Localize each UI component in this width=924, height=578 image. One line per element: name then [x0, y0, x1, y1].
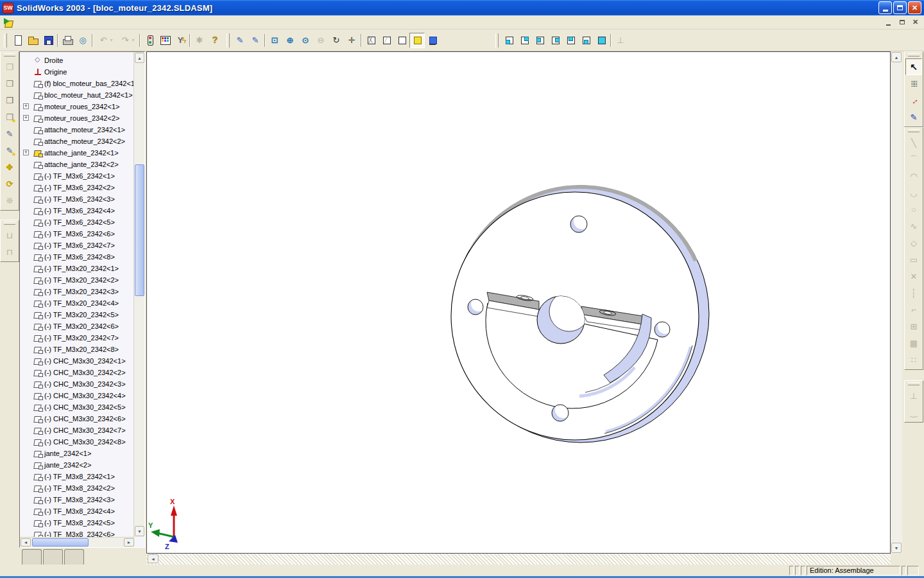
tree-item[interactable]: (-) TF_M3x20_2342<4> [20, 297, 134, 309]
print-preview-button[interactable]: ◎ [75, 33, 90, 48]
zoom-in-out-button[interactable]: ⊕ [282, 33, 298, 48]
tree-item[interactable]: attache_moteur_2342<2> [20, 136, 134, 147]
edit-color-button[interactable] [157, 33, 173, 48]
scroll-down-button[interactable]: ▼ [135, 526, 144, 536]
tab-feature-manager[interactable] [22, 549, 42, 565]
tree-item[interactable]: (-) TF_M3x8_2342<3> [20, 494, 134, 505]
view-top-button[interactable] [563, 33, 578, 48]
tree-item[interactable]: (-) TF_M3x20_2342<3> [20, 286, 134, 297]
mate-button[interactable]: ✎ [1, 125, 18, 142]
tree-item[interactable]: (f) bloc_moteur_bas_2342<1> [20, 78, 134, 89]
new-part-button[interactable]: ❒ [1, 109, 18, 125]
tree-item[interactable]: (-) TF_M3x6_2342<7> [20, 240, 134, 251]
view-orientation-button[interactable]: ✎ [232, 33, 248, 48]
pan-button[interactable]: ✛ [344, 33, 359, 48]
menu-item[interactable] [78, 21, 89, 24]
tree-item[interactable]: moteur_roues_2342<2> [20, 112, 134, 124]
tree-item[interactable]: (-) CHC_M3x30_2342<6> [20, 413, 134, 425]
expand-icon[interactable] [23, 150, 29, 155]
centerpoint-arc-button[interactable]: ⌒ [905, 151, 922, 168]
three-point-arc-button[interactable]: ◡ [905, 184, 922, 201]
tree-item[interactable]: attache_jante_2342<1> [20, 147, 134, 159]
tree-item[interactable]: Droite [20, 55, 134, 66]
menu-item[interactable] [31, 21, 43, 24]
menu-item[interactable] [20, 21, 31, 24]
tree-item[interactable]: (-) TF_M3x6_2342<4> [20, 205, 134, 216]
expand-icon[interactable] [23, 115, 29, 121]
tree-item[interactable]: (-) TF_M3x8_2342<5> [20, 517, 134, 529]
tree-item[interactable]: jante_2342<1> [20, 448, 134, 459]
point-button[interactable]: ✕ [905, 268, 922, 285]
redo-button[interactable]: ↷ [116, 33, 138, 48]
spline-button[interactable]: ∿ [905, 218, 922, 234]
scroll-right-button[interactable]: ► [124, 538, 134, 547]
zoom-selection-button[interactable]: ⊖ [313, 33, 329, 48]
simulation-record-button[interactable]: ⊓ [1, 243, 18, 260]
move-component-button[interactable]: ✥ [1, 159, 18, 175]
tree-item[interactable]: (-) TF_M3x20_2342<7> [20, 332, 134, 344]
tree-item[interactable]: jante_2342<2> [20, 459, 134, 471]
tree-item[interactable]: (-) TF_M3x6_2342<2> [20, 182, 134, 193]
linear-pattern-button[interactable]: ▦ [905, 335, 922, 351]
title-bar[interactable]: SW SolidWorks 2003 - [bloc_moteur_2342.S… [0, 0, 924, 15]
convert-entities-button[interactable]: ⌐ [905, 301, 922, 318]
tree-item[interactable]: (-) CHC_M3x30_2342<5> [20, 401, 134, 413]
display-relations-button[interactable]: ‿ [905, 404, 922, 421]
minimize-button[interactable] [878, 1, 892, 14]
document-icon[interactable] [3, 17, 15, 28]
centerline-button[interactable]: ┆ [905, 285, 922, 301]
rotate-component-button[interactable]: ⟳ [1, 175, 18, 192]
tree-item[interactable]: (-) TF_M3x20_2342<1> [20, 263, 134, 274]
hidden-lines-visible-button[interactable] [379, 33, 394, 48]
add-relation-button[interactable]: ⊥ [905, 387, 922, 404]
smart-mate-button[interactable]: ✎ [1, 142, 18, 159]
scroll-left-button[interactable]: ◄ [21, 538, 31, 547]
menu-item[interactable] [43, 21, 55, 24]
line-button[interactable]: ╲ [905, 134, 922, 151]
dimension-button[interactable]: ↔ [905, 92, 922, 109]
view-back-button[interactable] [517, 33, 532, 48]
undo-button[interactable]: ↶ [94, 33, 116, 48]
mirror-button[interactable]: ⊞ [905, 318, 922, 335]
print-button[interactable] [60, 33, 75, 48]
graphics-viewport[interactable]: X Y Z [146, 51, 891, 554]
tree-item[interactable]: (-) TF_M3x6_2342<6> [20, 228, 134, 240]
previous-view-button[interactable]: ✎ [248, 33, 263, 48]
sketch-button[interactable]: ✎ [905, 109, 922, 125]
tree-item[interactable]: (-) CHC_M3x30_2342<1> [20, 355, 134, 367]
expand-icon[interactable] [23, 103, 29, 109]
child-close-button[interactable]: ✕ [910, 17, 921, 27]
tree-item[interactable]: (-) TF_M3x8_2342<2> [20, 482, 134, 494]
scroll-thumb[interactable] [135, 164, 144, 296]
normal-to-button[interactable]: ⊥ [613, 33, 628, 48]
wireframe-button[interactable] [363, 33, 379, 48]
tree-item[interactable]: (-) TF_M3x6_2342<3> [20, 193, 134, 205]
close-button[interactable]: ✕ [908, 1, 921, 14]
tree-item[interactable]: (-) TF_M3x20_2342<8> [20, 344, 134, 355]
zoom-fit-button[interactable]: ⊡ [267, 33, 282, 48]
tree-item[interactable]: moteur_roues_2342<1> [20, 101, 134, 112]
shadow-button[interactable] [425, 33, 440, 48]
circular-pattern-button[interactable]: ∷ [905, 351, 922, 368]
scroll-left-button[interactable]: ◄ [148, 554, 158, 563]
menu-item[interactable] [55, 21, 66, 24]
scroll-up-button[interactable]: ▲ [891, 52, 902, 62]
menu-item[interactable] [66, 21, 78, 24]
restore-button[interactable] [893, 1, 907, 14]
tree-item[interactable]: (-) TF_M3x8_2342<1> [20, 471, 134, 482]
viewport-vertical-scrollbar[interactable]: ▲ ▼ [891, 51, 902, 554]
tree-item[interactable]: (-) CHC_M3x30_2342<8> [20, 436, 134, 448]
view-right-button[interactable] [547, 33, 563, 48]
tree-item[interactable]: (-) TF_M3x6_2342<1> [20, 170, 134, 182]
save-button[interactable] [40, 33, 56, 48]
child-restore-button[interactable] [896, 17, 907, 27]
tree-item[interactable]: (-) CHC_M3x30_2342<2> [20, 367, 134, 378]
tree-item[interactable]: (-) TF_M3x8_2342<4> [20, 505, 134, 517]
tree-vertical-scrollbar[interactable]: ▲ ▼ [133, 52, 144, 537]
help-button[interactable]: ? [207, 33, 223, 48]
tree-item[interactable]: attache_moteur_2342<1> [20, 124, 134, 136]
view-isometric-button[interactable] [594, 33, 609, 48]
rotate-view-button[interactable]: ↻ [329, 33, 344, 48]
tab-property-manager[interactable] [43, 549, 63, 565]
app-icon[interactable]: SW [3, 3, 13, 13]
